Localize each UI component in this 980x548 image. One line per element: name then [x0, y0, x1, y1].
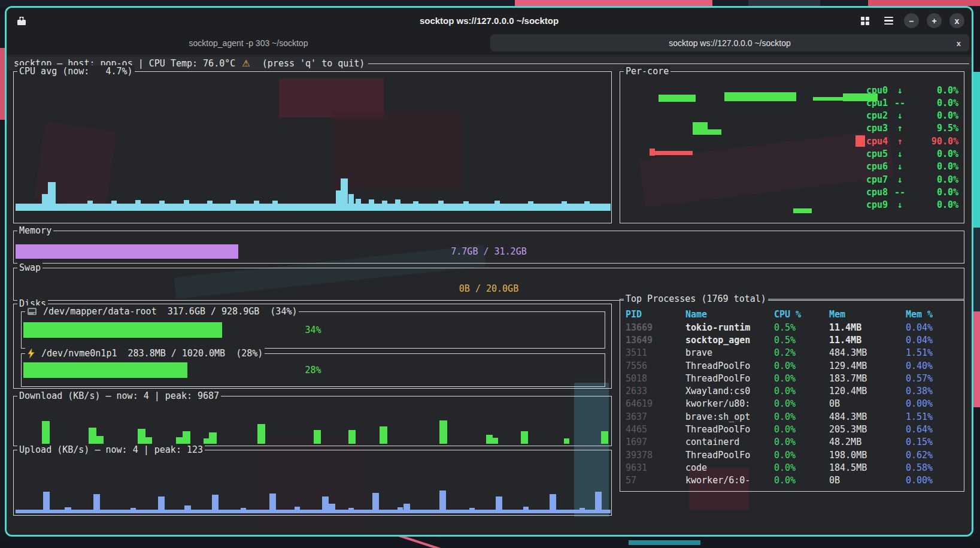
- process-cell-name: ThreadPoolFo: [685, 361, 774, 371]
- disks-panel: Disks /dev/mapper/data-root 317.6GB / 92…: [13, 304, 612, 389]
- process-cell-mem: 205.3MB: [829, 424, 906, 435]
- chart-bar: [145, 437, 152, 444]
- core-name: cpu9: [866, 199, 890, 210]
- chart-bar: [184, 505, 191, 513]
- memory-gauge-label: 7.7GB / 31.2GB: [16, 244, 962, 259]
- chart-bar: [295, 507, 300, 513]
- core-trend-icon: --: [890, 98, 909, 108]
- process-cell-pid: 39378: [626, 450, 685, 461]
- terminal-window: socktop ws://127.0.0.0 ~/socktop – + x s…: [5, 6, 973, 537]
- process-cell-pid: 4465: [626, 424, 685, 435]
- core-trend-icon: ↓: [890, 85, 909, 96]
- chart-bar: [356, 199, 361, 211]
- process-cell-memp: 0.57%: [906, 373, 958, 384]
- chart-bar: [96, 436, 104, 444]
- process-cell-name: ThreadPoolFo: [685, 373, 774, 384]
- core-marker: [855, 97, 865, 108]
- maximize-button[interactable]: +: [927, 13, 942, 28]
- core-trend-icon: ↓: [890, 149, 909, 159]
- core-row-cpu5: cpu5↓0.0%: [855, 148, 958, 161]
- core-name: cpu8: [866, 187, 890, 198]
- per-core-panel: Per-core cpu0↓0.0%cpu1--0.0%cpu2↓0.0%cpu…: [620, 71, 964, 223]
- core-trend-icon: ↓: [890, 161, 909, 172]
- core-marker: [855, 84, 865, 96]
- memory-panel: Memory 7.7GB / 31.2GB: [13, 231, 964, 264]
- process-cell-pid: 3637: [626, 411, 685, 422]
- minimize-button[interactable]: –: [904, 13, 919, 28]
- chart-bar: [439, 491, 446, 513]
- core-name: cpu2: [866, 110, 890, 121]
- core-usage-value: 90.0%: [909, 136, 958, 147]
- lightning-bolt-icon: [27, 349, 35, 358]
- core-marker: [855, 174, 865, 185]
- window-title: socktop ws://127.0.0.0 ~/socktop: [7, 16, 972, 26]
- wallpaper-shape: [973, 228, 980, 311]
- download-chart: [16, 398, 609, 444]
- titlebar: socktop ws://127.0.0.0 ~/socktop – + x: [7, 8, 972, 34]
- core-usage-value: 0.0%: [909, 161, 958, 172]
- tab-socktop-agent[interactable]: socktop_agent -p 303 ~/socktop: [9, 34, 488, 52]
- process-cell-memp: 1.51%: [906, 347, 958, 358]
- chart-bar: [16, 204, 611, 211]
- processes-column-header: CPU %: [774, 309, 829, 320]
- process-cell-name: Xwayland:cs0: [685, 386, 774, 396]
- disk-gauge-label: 28%: [23, 362, 603, 378]
- core-trend-icon: ↓: [890, 110, 909, 121]
- cpu-avg-panel: CPU avg (now: 4.7%): [13, 71, 612, 223]
- core-name: cpu1: [866, 98, 890, 108]
- chart-bar: [87, 201, 93, 211]
- memory-title: Memory: [17, 225, 53, 237]
- process-cell-mem: 11.4MB: [829, 335, 906, 346]
- process-cell-name: kworker/u80:: [685, 398, 774, 409]
- close-button[interactable]: x: [949, 13, 964, 28]
- process-cell-pid: 13669: [626, 322, 685, 333]
- process-cell-pid: 64619: [626, 398, 685, 409]
- process-cell-pid: 13649: [626, 335, 685, 346]
- process-cell-pid: 3511: [626, 347, 685, 358]
- process-row: 2633Xwayland:cs00.0%120.4MB0.38%: [620, 384, 964, 397]
- process-cell-name: brave:sh_opt: [685, 411, 774, 422]
- process-cell-memp: 0.40%: [906, 361, 958, 371]
- tab-socktop-client[interactable]: socktop ws://127.0.0.0 ~/socktop x: [490, 34, 969, 52]
- chart-bar: [89, 428, 96, 444]
- chart-bar: [493, 438, 498, 444]
- process-cell-name: kworker/6:0-: [685, 475, 774, 486]
- process-cell-name: tokio-runtim: [685, 322, 774, 333]
- chart-bar: [212, 495, 219, 513]
- core-name: cpu7: [866, 174, 890, 185]
- chart-bar: [562, 201, 567, 211]
- core-row-cpu6: cpu6↓0.0%: [855, 161, 958, 173]
- core-name: cpu3: [866, 123, 890, 134]
- chart-bar: [486, 435, 493, 444]
- tab-label: socktop_agent -p 303 ~/socktop: [189, 38, 308, 48]
- chart-bar: [403, 504, 410, 513]
- process-cell-mem: 120.4MB: [829, 386, 906, 396]
- menu-button[interactable]: [881, 13, 896, 29]
- wallpaper-shape: [629, 540, 700, 545]
- chart-bar: [42, 421, 50, 444]
- download-panel: Download (KB/s) — now: 4 | peak: 9687: [13, 396, 612, 446]
- chart-bar: [322, 496, 329, 513]
- process-row: 7556ThreadPoolFo0.0%129.4MB0.40%: [620, 359, 964, 372]
- upload-panel: Upload (KB/s) — now: 4 | peak: 123: [13, 450, 612, 516]
- process-cell-mem: 198.0MB: [829, 450, 906, 461]
- process-cell-memp: 0.58%: [906, 462, 958, 473]
- process-cell-cpu: 0.2%: [774, 347, 829, 358]
- core-row-cpu4: cpu4↑90.0%: [855, 135, 958, 147]
- chart-bar: [207, 201, 213, 211]
- tab-close-icon[interactable]: x: [957, 38, 961, 47]
- chart-bar: [579, 508, 585, 513]
- chart-bar: [369, 199, 374, 211]
- chart-bar: [204, 438, 209, 444]
- terminal-content[interactable]: socktop — host: pop-os | CPU Temp: 76.0°…: [7, 55, 972, 535]
- core-row-cpu3: cpu3↑9.5%: [855, 122, 958, 135]
- process-cell-cpu: 0.0%: [774, 361, 829, 371]
- process-cell-name: ThreadPoolFo: [685, 450, 774, 461]
- processes-panel: Top Processes (1769 total) PIDNameCPU %M…: [620, 299, 964, 492]
- processes-column-header: Name: [685, 309, 774, 320]
- chart-bar: [521, 431, 528, 444]
- disk-gauge: 28%: [23, 362, 603, 378]
- tab-overview-button[interactable]: [857, 13, 873, 29]
- process-cell-memp: 0.00%: [906, 475, 958, 486]
- new-tab-button[interactable]: [14, 13, 29, 29]
